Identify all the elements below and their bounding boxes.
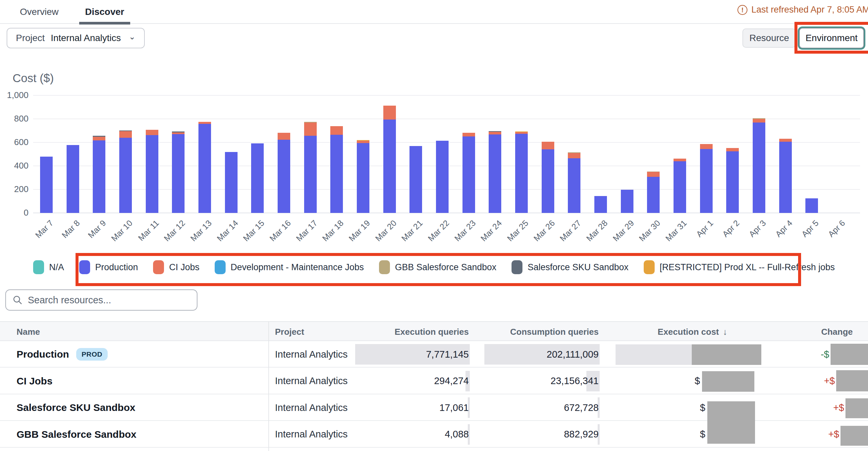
bar-slot — [825, 95, 851, 213]
bar-segment — [515, 134, 528, 213]
x-axis-tick-label: Mar 29 — [603, 218, 636, 251]
bar-segment — [779, 139, 792, 142]
x-axis-tick-label: Apr 4 — [762, 218, 794, 251]
bar-segment — [119, 138, 132, 213]
stacked-bar[interactable] — [67, 145, 79, 213]
cost-chart: Cost ($) 02004006008001,000 — [0, 0, 868, 252]
resource-name-cell: Production PROD — [17, 341, 108, 367]
change-redaction-block — [831, 344, 868, 365]
stacked-bar[interactable] — [515, 131, 528, 213]
prod-badge: PROD — [76, 348, 108, 361]
stacked-bar[interactable] — [463, 133, 475, 213]
search-icon — [12, 295, 23, 305]
column-header-name[interactable]: Name — [17, 322, 40, 342]
stacked-bar[interactable] — [753, 118, 765, 213]
bar-segment — [278, 140, 290, 213]
legend-swatch — [379, 260, 390, 274]
column-header-execution-cost[interactable]: Execution cost ↓ — [608, 322, 727, 342]
stacked-bar[interactable] — [436, 141, 448, 213]
x-axis-tick-label: Mar 17 — [286, 218, 319, 251]
bar-slot — [641, 95, 667, 213]
bar-segment — [304, 123, 317, 136]
change-redaction-block — [845, 398, 868, 418]
stacked-bar[interactable] — [674, 159, 686, 213]
stacked-bar[interactable] — [542, 142, 554, 213]
change-prefix: +$ — [833, 394, 844, 421]
search-input[interactable] — [28, 295, 190, 305]
consumption-queries-cell: 23,156,341 — [460, 368, 599, 394]
stacked-bar[interactable] — [225, 152, 238, 213]
x-axis-tick-label: Mar 31 — [656, 218, 688, 251]
stacked-bar[interactable] — [779, 139, 792, 213]
stacked-bar[interactable] — [278, 133, 290, 213]
x-axis-tick-label: Apr 3 — [735, 218, 768, 251]
bar-segment — [753, 123, 765, 213]
bar-slot — [350, 95, 376, 213]
bar-slot — [60, 95, 86, 213]
bar-slot — [456, 95, 482, 213]
sort-desc-icon: ↓ — [723, 327, 727, 337]
resource-name-cell: GBB Salesforce Sandbox — [17, 421, 136, 448]
x-axis-tick-label: Mar 21 — [392, 218, 425, 251]
bar-slot — [218, 95, 245, 213]
column-header-change[interactable]: Change — [753, 322, 853, 342]
bar-slot — [693, 95, 720, 213]
stacked-bar[interactable] — [726, 148, 739, 213]
legend-swatch — [153, 260, 164, 274]
legend-label: N/A — [49, 262, 64, 272]
bar-segment — [726, 151, 739, 213]
bar-segment — [674, 161, 686, 213]
x-axis-tick-label: Mar 18 — [313, 218, 345, 251]
stacked-bar[interactable] — [330, 126, 343, 213]
consumption-queries-cell: 202,111,009 — [460, 341, 599, 367]
stacked-bar[interactable] — [357, 140, 369, 213]
stacked-bar[interactable] — [146, 130, 158, 213]
bar-slot — [403, 95, 429, 213]
stacked-bar[interactable] — [383, 106, 396, 213]
bar-segment — [647, 172, 660, 177]
legend-item[interactable]: Production — [79, 260, 138, 274]
resource-name: Production — [17, 349, 69, 360]
consumption-queries-cell: 882,929 — [460, 421, 599, 448]
stacked-bar[interactable] — [198, 122, 211, 213]
stacked-bar[interactable] — [304, 122, 317, 213]
bar-slot — [33, 95, 60, 213]
stacked-bar[interactable] — [700, 144, 713, 213]
column-header-consumption-queries[interactable]: Consumption queries — [473, 322, 599, 342]
stacked-bar[interactable] — [568, 152, 581, 213]
bar-slot — [746, 95, 772, 213]
stacked-bar[interactable] — [172, 131, 185, 213]
stacked-bar[interactable] — [40, 157, 53, 213]
stacked-bar[interactable] — [409, 146, 422, 213]
stacked-bar[interactable] — [119, 130, 132, 213]
stacked-bar[interactable] — [647, 171, 660, 213]
stacked-bar[interactable] — [489, 131, 501, 213]
legend-item[interactable]: GBB Salesforce Sandbox — [379, 260, 496, 274]
legend-item[interactable]: [RESTRICTED] Prod XL -- Full-Refresh job… — [644, 260, 835, 274]
x-axis-tick-label: Mar 28 — [577, 218, 609, 251]
legend-item[interactable]: CI Jobs — [153, 260, 199, 274]
legend-item[interactable]: Development - Maintenance Jobs — [215, 260, 364, 274]
bar-slot — [139, 95, 165, 213]
stacked-bar[interactable] — [93, 136, 105, 213]
bar-slot — [376, 95, 403, 213]
bar-slot — [271, 95, 297, 213]
stacked-bar[interactable] — [621, 190, 633, 213]
stacked-bar[interactable] — [251, 143, 264, 213]
stacked-bar[interactable] — [594, 196, 607, 213]
bar-slot — [323, 95, 350, 213]
x-axis-labels: Mar 7Mar 8Mar 9Mar 10Mar 11Mar 12Mar 13M… — [33, 217, 851, 250]
stacked-bar[interactable] — [805, 198, 818, 213]
cost-redaction-block — [707, 401, 755, 444]
bar-segment — [172, 134, 185, 213]
legend-item[interactable]: Salesforce SKU Sandbox — [512, 260, 628, 274]
column-header-execution-queries[interactable]: Execution queries — [349, 322, 469, 342]
column-header-project[interactable]: Project — [275, 322, 304, 342]
bar-segment — [436, 141, 448, 213]
bar-segment — [93, 137, 105, 141]
legend-item[interactable]: N/A — [33, 260, 64, 274]
bar-segment — [40, 157, 53, 213]
bar-segment — [304, 136, 317, 213]
execution-cost-prefix: $ — [700, 421, 705, 448]
bar-segment — [330, 126, 343, 135]
